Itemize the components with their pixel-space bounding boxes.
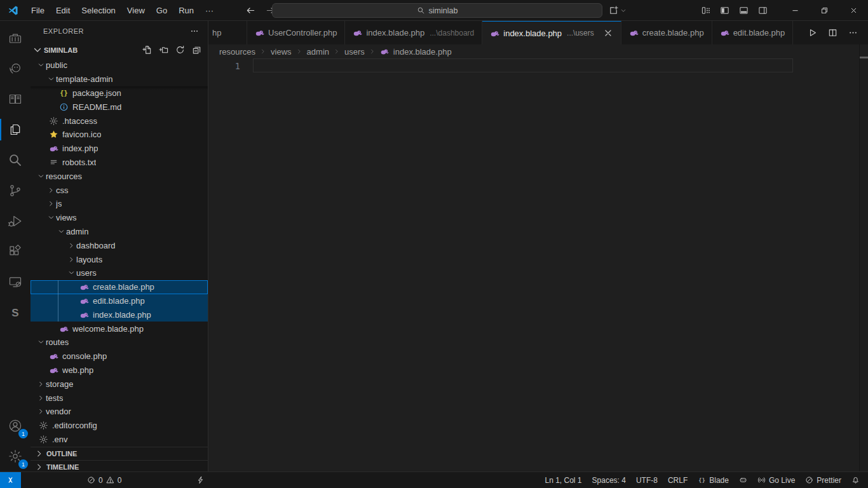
breadcrumb-item-views[interactable]: views bbox=[271, 47, 292, 57]
workspace-section-header[interactable]: SIMINLAB bbox=[31, 41, 208, 58]
activity-item-accounts[interactable]: 1 bbox=[0, 410, 31, 441]
status-crlf[interactable]: CRLF bbox=[663, 472, 693, 488]
split-editor-icon[interactable] bbox=[828, 28, 837, 37]
restore-button[interactable] bbox=[810, 0, 839, 21]
status-ln-1-col-1[interactable]: Ln 1, Col 1 bbox=[539, 472, 587, 488]
tab-usercontroller-php[interactable]: UserController.php bbox=[247, 21, 345, 44]
menu-selection[interactable]: Selection bbox=[76, 4, 121, 17]
activity-item-run-debug[interactable] bbox=[0, 206, 31, 236]
status-prettier[interactable]: Prettier bbox=[800, 472, 846, 488]
remote-indicator[interactable] bbox=[0, 472, 21, 488]
tree-item-users[interactable]: users bbox=[31, 266, 208, 280]
activity-item-source-control[interactable] bbox=[0, 175, 31, 206]
tree-item-views[interactable]: views bbox=[31, 211, 208, 225]
tree-item-template-admin[interactable]: template-admin bbox=[31, 72, 208, 86]
activity-item-book[interactable] bbox=[0, 84, 31, 114]
tree-item-create-blade-php[interactable]: create.blade.php bbox=[31, 280, 208, 294]
refresh-icon[interactable] bbox=[175, 45, 185, 55]
tree-item-admin[interactable]: admin bbox=[31, 225, 208, 239]
tab-create-blade-php[interactable]: create.blade.php bbox=[621, 21, 712, 44]
breadcrumb-item-users[interactable]: users bbox=[344, 47, 365, 57]
tree-item-edit-blade-php[interactable]: edit.blade.php bbox=[31, 294, 208, 308]
collapse-all-icon[interactable] bbox=[192, 45, 201, 55]
search-value: siminlab bbox=[429, 6, 458, 15]
tree-item-routes[interactable]: routes bbox=[31, 336, 208, 349]
title-bar: FileEditSelectionViewGoRun··· siminlab bbox=[0, 0, 868, 21]
minimize-button[interactable] bbox=[780, 0, 810, 21]
copilot-chat-menu[interactable] bbox=[609, 3, 627, 18]
new-file-icon[interactable] bbox=[142, 45, 152, 55]
tree-item-label: users bbox=[76, 268, 97, 278]
tree-item-editorconfig[interactable]: .editorconfig bbox=[31, 419, 208, 433]
tree-item-htaccess[interactable]: .htaccess bbox=[31, 114, 208, 128]
menu-overflow[interactable]: ··· bbox=[200, 4, 219, 17]
back-arrow-icon[interactable] bbox=[246, 6, 255, 15]
braces-text-icon: {} bbox=[698, 476, 706, 484]
activity-item-search[interactable] bbox=[0, 145, 31, 175]
menu-file[interactable]: File bbox=[25, 4, 50, 17]
breadcrumb: resourcesviewsadminusersindex.blade.php bbox=[208, 44, 868, 58]
tree-item-welcome-blade-php[interactable]: welcome.blade.php bbox=[31, 322, 208, 336]
breadcrumb-item-admin[interactable]: admin bbox=[307, 47, 329, 57]
tree-item-env[interactable]: .env bbox=[31, 433, 208, 447]
explorer-more-actions-icon[interactable] bbox=[190, 27, 199, 36]
activity-item-explorer[interactable] bbox=[0, 114, 31, 145]
menu-run[interactable]: Run bbox=[173, 4, 200, 17]
close-tab-icon[interactable] bbox=[603, 28, 613, 38]
status-blade[interactable]: {}Blade bbox=[693, 472, 734, 488]
activity-item-remote-explorer[interactable] bbox=[0, 267, 31, 297]
debug-listener-status[interactable] bbox=[196, 476, 205, 484]
menu-edit[interactable]: Edit bbox=[50, 4, 76, 17]
toggle-sidebar-icon[interactable] bbox=[720, 6, 729, 15]
tree-item-storage[interactable]: storage bbox=[31, 377, 208, 391]
tree-item-dashboard[interactable]: dashboard bbox=[31, 238, 208, 252]
breadcrumb-item-resources[interactable]: resources bbox=[219, 47, 255, 57]
tree-item-tests[interactable]: tests bbox=[31, 391, 208, 405]
tree-item-robots-txt[interactable]: robots.txt bbox=[31, 156, 208, 170]
close-window-button[interactable] bbox=[839, 0, 868, 21]
activity-item-extensions[interactable] bbox=[0, 236, 31, 267]
breadcrumb-item-file[interactable]: index.blade.php bbox=[393, 47, 452, 57]
chevron-right-icon bbox=[66, 254, 76, 264]
tab-edit-blade-php[interactable]: edit.blade.php bbox=[712, 21, 794, 44]
outline-panel-header[interactable]: OUTLINE bbox=[31, 447, 208, 460]
menu-view[interactable]: View bbox=[121, 4, 151, 17]
menu-go[interactable]: Go bbox=[151, 4, 173, 17]
tree-item-readme-md[interactable]: README.md bbox=[31, 100, 208, 114]
tree-item-css[interactable]: css bbox=[31, 183, 208, 197]
status-spaces-4[interactable]: Spaces: 4 bbox=[587, 472, 631, 488]
status-utf-8[interactable]: UTF-8 bbox=[631, 472, 663, 488]
problems-status[interactable]: 0 0 bbox=[87, 476, 121, 485]
tab-hp[interactable]: hp bbox=[208, 21, 247, 44]
tree-item-public[interactable]: public bbox=[31, 58, 208, 72]
toggle-secondary-sidebar-icon[interactable] bbox=[758, 6, 768, 15]
tab-label: index.blade.php bbox=[503, 29, 562, 38]
tree-item-vendor[interactable]: vendor bbox=[31, 405, 208, 419]
tree-item-index-blade-php[interactable]: index.blade.php bbox=[31, 308, 208, 322]
activity-item-s-logo[interactable]: S bbox=[0, 297, 31, 328]
timeline-panel-header[interactable]: TIMELINE bbox=[31, 460, 208, 471]
new-folder-icon[interactable] bbox=[159, 45, 168, 55]
more-icon[interactable] bbox=[848, 28, 858, 37]
run-icon[interactable] bbox=[808, 28, 817, 37]
tree-item-resources[interactable]: resources bbox=[31, 169, 208, 183]
status-bell[interactable] bbox=[846, 472, 868, 488]
tab-index-blade-php-dashboard[interactable]: index.blade.php...\dashboard bbox=[345, 21, 482, 44]
tree-item-index-php[interactable]: index.php bbox=[31, 142, 208, 156]
tab-index-blade-php-users[interactable]: index.blade.php...\users bbox=[482, 21, 621, 44]
status-go-live[interactable]: Go Live bbox=[752, 472, 800, 488]
customize-layout-icon[interactable] bbox=[701, 6, 710, 15]
activity-item-container[interactable] bbox=[0, 23, 31, 53]
tree-item-web-php[interactable]: web.php bbox=[31, 363, 208, 377]
tree-item-layouts[interactable]: layouts bbox=[31, 252, 208, 266]
toggle-panel-icon[interactable] bbox=[739, 6, 749, 15]
editor-pane[interactable]: 1 bbox=[208, 58, 868, 471]
tree-item-favicon-ico[interactable]: favicon.ico bbox=[31, 128, 208, 142]
tree-item-js[interactable]: js bbox=[31, 197, 208, 211]
activity-item-settings-gear[interactable]: 1 bbox=[0, 441, 31, 471]
activity-item-php-tools[interactable] bbox=[0, 53, 31, 84]
tree-item-package-json[interactable]: {}package.json bbox=[31, 86, 208, 100]
command-center-search[interactable]: siminlab bbox=[272, 3, 602, 18]
tree-item-console-php[interactable]: console.php bbox=[31, 349, 208, 363]
status-copilot[interactable] bbox=[734, 472, 752, 488]
